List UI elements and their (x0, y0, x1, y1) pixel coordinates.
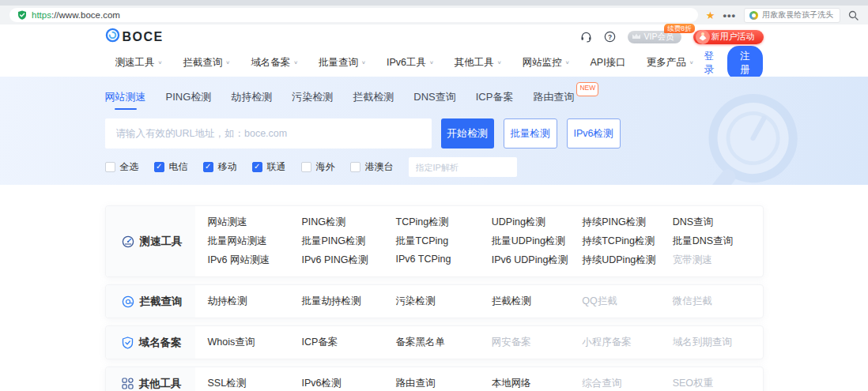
tool-link[interactable]: IPv6检测 (302, 377, 396, 390)
browser-chrome: https://www.boce.com ★ ••• 用敌敌畏给孩子洗头 (0, 0, 868, 24)
tool-link[interactable]: SEO权重 (673, 377, 760, 390)
tool-link[interactable]: DNS查询 (673, 216, 760, 229)
hero-tab[interactable]: 路由查询 NEW (533, 90, 598, 110)
batch-check-button[interactable]: 批量检测 (504, 118, 557, 149)
tool-link[interactable]: IPv6 PING检测 (302, 254, 396, 267)
nav-item[interactable]: 网站监控 ∨ (512, 56, 580, 70)
section-links: SSL检测IPv6检测路由查询本地网络综合查询SEO权重 (195, 367, 763, 391)
tool-link[interactable]: 持续TCPing检测 (582, 235, 672, 248)
tool-link[interactable]: 微信拦截 (673, 295, 760, 308)
headset-icon[interactable] (580, 31, 592, 43)
hero-tab[interactable]: DNS查询 (413, 90, 455, 110)
checkbox-icon[interactable] (105, 162, 115, 172)
hero-tab[interactable]: PING检测 (166, 90, 212, 110)
section-title: 拦截查询 (140, 295, 183, 309)
nav-item[interactable]: 更多产品 ∨ (636, 56, 704, 70)
checkbox-icon[interactable] (252, 162, 262, 172)
tool-link[interactable]: TCPing检测 (396, 216, 492, 229)
nav-item-label: 批量查询 (319, 56, 358, 70)
tool-link[interactable]: 批量DNS查询 (673, 235, 760, 248)
nav-item-label: 网站监控 (523, 56, 562, 70)
tool-link[interactable]: 批量劫持检测 (302, 295, 396, 308)
carrier-checkbox[interactable]: 移动 (203, 160, 237, 174)
tool-link[interactable]: 批量PING检测 (302, 235, 396, 248)
ipv6-check-button[interactable]: IPv6检测 (567, 118, 621, 149)
logo[interactable]: BOCE (105, 28, 164, 46)
carrier-checkbox[interactable]: 全选 (105, 160, 139, 174)
bookmark-star-icon[interactable]: ★ (706, 10, 715, 21)
register-button[interactable]: 注册 (727, 46, 764, 81)
other-tools-card: 其他工具 SSL检测IPv6检测路由查询本地网络综合查询SEO权重 (105, 367, 764, 391)
hero-tab[interactable]: 污染检测 (292, 90, 333, 110)
address-bar[interactable]: https://www.boce.com (9, 8, 698, 22)
tool-link[interactable]: IPv6 UDPing检测 (492, 254, 582, 267)
ip-resolve-input[interactable] (409, 157, 517, 177)
browser-search-box[interactable]: 用敌敌畏给孩子洗头 (744, 8, 840, 23)
tool-link[interactable]: 劫持检测 (208, 295, 302, 308)
carrier-checkbox[interactable]: 港澳台 (350, 160, 394, 174)
new-badge: NEW (576, 82, 598, 96)
tool-link[interactable]: Whois查询 (208, 336, 302, 349)
tool-link[interactable]: 批量TCPing (396, 235, 492, 248)
nav-item[interactable]: 测速工具 ∨ (105, 56, 173, 70)
crown-icon (632, 32, 641, 40)
tool-link[interactable]: 批量网站测速 (208, 235, 302, 248)
tool-link[interactable]: 拦截检测 (492, 295, 582, 308)
tool-link[interactable]: 备案黑名单 (396, 336, 492, 349)
more-menu-icon[interactable]: ••• (723, 9, 736, 21)
tool-link[interactable]: 域名到期查询 (673, 336, 760, 349)
carrier-checkbox[interactable]: 海外 (301, 160, 335, 174)
tool-link[interactable]: 小程序备案 (582, 336, 672, 349)
tool-link[interactable]: 批量UDPing检测 (492, 235, 582, 248)
tool-link[interactable]: 网安备案 (492, 336, 582, 349)
carrier-checkbox[interactable]: 联通 (252, 160, 286, 174)
nav-item[interactable]: 批量查询 ∨ (308, 56, 376, 70)
tool-link[interactable]: ICP备案 (302, 336, 396, 349)
nav-item[interactable]: 其他工具 ∨ (444, 56, 512, 70)
nav-item-label: 其他工具 (455, 56, 494, 70)
tool-link[interactable]: 持续UDPing检测 (582, 254, 672, 267)
tool-link[interactable]: 综合查询 (582, 377, 672, 390)
nav-item[interactable]: IPv6工具 ∨ (376, 56, 444, 70)
checkbox-icon[interactable] (203, 162, 213, 172)
help-icon[interactable]: ? (604, 31, 616, 43)
tool-link[interactable]: PING检测 (302, 216, 396, 229)
section-title: 域名备案 (139, 336, 182, 350)
checkbox-icon[interactable] (350, 162, 360, 172)
checkbox-icon[interactable] (301, 162, 311, 172)
checkbox-icon[interactable] (154, 162, 164, 172)
vip-member-button[interactable]: VIP会员 续费8折 (628, 31, 681, 43)
tool-link[interactable]: IPv6 网站测速 (208, 254, 302, 267)
tool-link[interactable]: QQ拦截 (582, 295, 672, 308)
hero-tab[interactable]: 劫持检测 (231, 90, 272, 110)
start-check-button[interactable]: 开始检测 (441, 118, 494, 149)
url-input[interactable] (105, 118, 432, 149)
tool-link[interactable]: 持续PING检测 (582, 216, 672, 229)
nav-item[interactable]: 拦截查询 ∨ (172, 56, 240, 70)
tool-link[interactable]: 本地网络 (492, 377, 582, 390)
block-query-card: 拦截查询 劫持检测批量劫持检测污染检测拦截检测QQ拦截微信拦截 (105, 284, 764, 318)
nav-item[interactable]: 域名备案 ∨ (240, 56, 308, 70)
carrier-label: 港澳台 (365, 160, 394, 174)
tool-link[interactable]: 污染检测 (396, 295, 492, 308)
tool-link[interactable]: IPv6 TCPing (396, 254, 492, 267)
hero-tab[interactable]: ICP备案 (476, 90, 514, 110)
tool-link[interactable]: SSL检测 (208, 377, 302, 390)
section-links: 劫持检测批量劫持检测污染检测拦截检测QQ拦截微信拦截 (195, 285, 763, 318)
hero-tab[interactable]: 拦截检测 (353, 90, 394, 110)
tool-link[interactable]: 网站测速 (208, 216, 302, 229)
hero-tab[interactable]: 网站测速 (105, 90, 146, 110)
carrier-label: 联通 (267, 160, 286, 174)
promo-label: 新用户活动 (711, 31, 755, 43)
tool-link[interactable]: 路由查询 (396, 377, 492, 390)
nav-item[interactable]: API接口 ∨ (580, 56, 636, 70)
section-links: Whois查询ICP备案备案黑名单网安备案小程序备案域名到期查询 (195, 326, 763, 359)
speed-tools-card: 测速工具 网站测速PING检测TCPing检测UDPing检测持续PING检测D… (105, 205, 764, 277)
carrier-checkbox[interactable]: 电信 (154, 160, 188, 174)
login-link[interactable]: 登录 (704, 50, 715, 77)
magnifier-icon[interactable] (848, 10, 859, 21)
tool-link[interactable]: UDPing检测 (492, 216, 582, 229)
new-user-promo-button[interactable]: 新用户活动 (693, 30, 764, 44)
tool-link[interactable]: 宽带测速 (673, 254, 760, 267)
nav-item-label: IPv6工具 (387, 56, 426, 70)
